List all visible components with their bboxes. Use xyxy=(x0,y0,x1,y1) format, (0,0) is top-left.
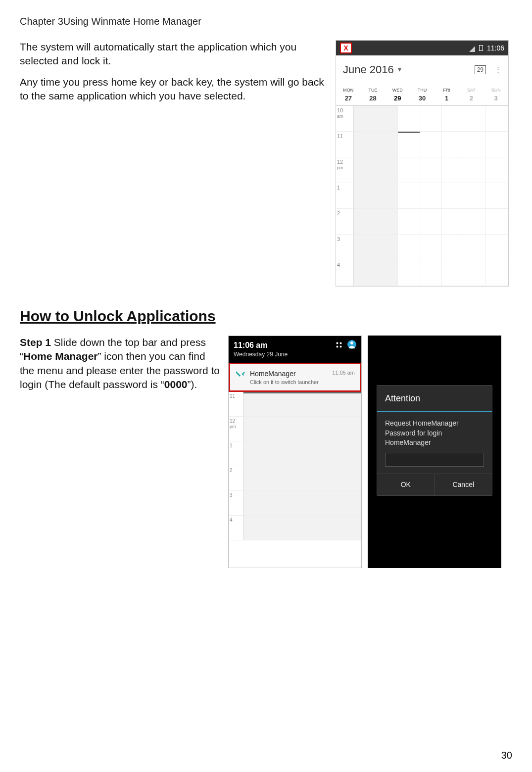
section-1-para-1: The system will automatically start the … xyxy=(20,40,327,68)
drawer-time: 11:06 am xyxy=(234,340,288,351)
hour-label: 4 xyxy=(336,260,353,286)
day-header[interactable]: FRI1 xyxy=(435,84,459,106)
step-1-label: Step 1 xyxy=(20,337,51,348)
ok-button[interactable]: OK xyxy=(377,474,435,495)
default-password-bold: 0000 xyxy=(164,379,188,390)
status-bar-right: 11:06 xyxy=(469,44,504,53)
calendar-month-picker[interactable]: June 2016 ▾ xyxy=(343,62,401,77)
hour-label: 12pm xyxy=(336,157,353,183)
notification-drawer-header: 11:06 am Wednesday 29 June xyxy=(229,336,361,363)
dialog-body: Request HomeManager Password for login H… xyxy=(377,412,492,474)
section-1-text: The system will automatically start the … xyxy=(20,40,327,110)
home-manager-bold: Home Manager xyxy=(23,350,98,362)
day-header-selected[interactable]: WED29 xyxy=(385,84,410,106)
hour-label: 4 xyxy=(229,516,243,540)
day-header[interactable]: THU30 xyxy=(410,84,435,106)
section-2-text: Step 1 Slide down the top bar and press … xyxy=(20,336,220,397)
day-header[interactable]: MON27 xyxy=(336,84,361,106)
page-number: 30 xyxy=(501,749,512,762)
calendar-behind-drawer: 11 12pm 1 2 3 4 xyxy=(229,392,361,540)
hour-label: 2 xyxy=(336,209,353,235)
hour-label: 10am xyxy=(336,106,353,132)
figure-password-dialog: Attention Request HomeManager Password f… xyxy=(368,336,501,568)
calendar-grid: 10am 11 12pm 1 2 3 4 xyxy=(336,106,508,286)
password-input[interactable] xyxy=(385,453,484,467)
svg-rect-2 xyxy=(337,345,339,347)
slot-col[interactable] xyxy=(354,106,376,286)
hour-label: 2 xyxy=(229,466,243,491)
calendar-month-label: June 2016 xyxy=(343,62,394,77)
section-2: Step 1 Slide down the top bar and press … xyxy=(20,336,513,568)
user-icon[interactable] xyxy=(347,340,356,352)
step-1-text: Step 1 Slide down the top bar and press … xyxy=(20,336,220,391)
svg-rect-3 xyxy=(340,345,342,347)
calendar-header: June 2016 ▾ 29 ⋮ xyxy=(336,55,508,84)
hour-label: 11 xyxy=(336,132,353,157)
calendar-hour-labels: 10am 11 12pm 1 2 3 4 xyxy=(336,106,354,286)
figure-calendar-app: X 11:06 June 2016 ▾ 29 ⋮ MON27 TUE28 WED… xyxy=(336,40,509,287)
section-1-para-2: Any time you press home key or back key,… xyxy=(20,75,327,103)
section-title-unlock: How to Unlock Applications xyxy=(20,306,513,327)
slot-col[interactable] xyxy=(420,106,442,286)
hour-label: 12pm xyxy=(229,417,243,441)
slot-col-weekend[interactable] xyxy=(464,106,486,286)
chapter-header: Chapter 3Using Winmate Home Manager xyxy=(20,15,513,28)
notification-body: Click on it to switch launcher xyxy=(250,379,319,386)
hour-label: 3 xyxy=(336,235,353,260)
day-header-weekend[interactable]: SUN3 xyxy=(484,84,508,106)
svg-point-5 xyxy=(350,341,353,344)
day-header[interactable]: TUE28 xyxy=(361,84,386,106)
hour-label: 3 xyxy=(229,491,243,516)
attention-dialog: Attention Request HomeManager Password f… xyxy=(377,385,492,496)
section-1: The system will automatically start the … xyxy=(20,40,513,287)
hour-label: 1 xyxy=(336,183,353,209)
slot-col[interactable] xyxy=(376,106,398,286)
dialog-backdrop xyxy=(368,336,501,385)
drawer-date: Wednesday 29 June xyxy=(234,350,288,358)
slot-col-weekend[interactable] xyxy=(486,106,508,286)
drawer-quick-icons xyxy=(336,340,356,352)
today-button[interactable]: 29 xyxy=(475,65,486,74)
hour-label: 11 xyxy=(229,392,243,417)
slot-col-today[interactable] xyxy=(398,106,420,286)
chevron-down-icon: ▾ xyxy=(398,65,401,74)
calendar-day-headers: MON27 TUE28 WED29 THU30 FRI1 SAT2 SUN3 xyxy=(336,84,508,106)
svg-rect-1 xyxy=(340,342,342,344)
hour-label: 1 xyxy=(229,441,243,466)
dialog-buttons: OK Cancel xyxy=(377,474,492,495)
calendar-actions: 29 ⋮ xyxy=(475,65,501,74)
settings-icon[interactable] xyxy=(336,341,342,351)
notification-timestamp: 11:05 am xyxy=(332,369,355,377)
status-bar: X 11:06 xyxy=(336,41,508,55)
signal-icon xyxy=(469,45,475,51)
day-header-weekend[interactable]: SAT2 xyxy=(459,84,484,106)
cancel-button[interactable]: Cancel xyxy=(435,474,492,495)
overflow-menu-icon[interactable]: ⋮ xyxy=(495,65,501,74)
notification-homemanager[interactable]: HomeManager Click on it to switch launch… xyxy=(229,363,361,392)
notification-title: HomeManager xyxy=(250,369,319,379)
section-2-figures: 11:06 am Wednesday 29 June Home xyxy=(228,336,501,568)
dialog-message: Request HomeManager Password for login H… xyxy=(385,419,484,448)
status-time: 11:06 xyxy=(487,44,504,53)
calendar-event[interactable] xyxy=(398,132,420,157)
calendar-slots xyxy=(354,106,508,286)
battery-icon xyxy=(479,45,483,51)
figure-notification-drawer: 11:06 am Wednesday 29 June Home xyxy=(228,336,362,568)
wrench-icon xyxy=(235,369,245,381)
dialog-title: Attention xyxy=(377,386,492,412)
slot-col xyxy=(243,392,361,540)
close-icon[interactable]: X xyxy=(340,43,352,53)
slot-col[interactable] xyxy=(442,106,464,286)
svg-rect-0 xyxy=(337,342,339,344)
